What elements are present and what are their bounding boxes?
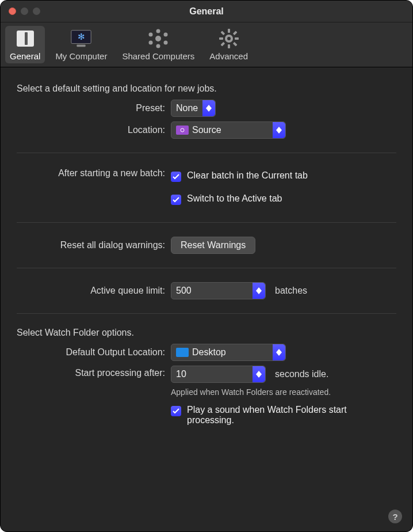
active-queue-suffix: batches	[275, 286, 307, 296]
switch-icon	[13, 28, 37, 49]
content: Select a default setting and location fo…	[1, 67, 412, 445]
svg-marker-26	[276, 130, 282, 134]
svg-point-7	[156, 44, 160, 48]
chevron-updown-icon	[273, 122, 285, 138]
svg-rect-20	[220, 42, 225, 47]
separator	[17, 268, 396, 268]
svg-rect-17	[220, 31, 225, 35]
svg-rect-16	[235, 37, 239, 40]
start-processing-value: 10	[176, 369, 248, 379]
tab-label: General	[10, 51, 40, 61]
reset-warnings-label: Reset all dialog warnings:	[17, 240, 171, 250]
svg-marker-32	[256, 374, 262, 378]
folder-icon	[176, 126, 189, 135]
svg-rect-15	[219, 37, 223, 40]
svg-rect-14	[228, 44, 230, 48]
watch-folder-intro: Select Watch Folder options.	[17, 328, 396, 338]
svg-rect-13	[228, 29, 230, 33]
chevron-updown-icon	[253, 283, 265, 299]
clear-batch-checkbox[interactable]	[171, 172, 181, 182]
preset-value: None	[176, 103, 198, 113]
location-label: Location:	[17, 125, 171, 135]
separator	[17, 313, 396, 314]
tab-general[interactable]: General	[5, 26, 45, 63]
check-icon	[173, 174, 179, 180]
svg-point-24	[181, 128, 184, 132]
active-queue-label: Active queue limit:	[17, 286, 171, 296]
output-location-popup[interactable]: Desktop	[171, 344, 286, 361]
start-processing-popup[interactable]: 10	[171, 366, 266, 383]
tab-label: Advanced	[209, 51, 248, 61]
svg-point-6	[156, 29, 160, 33]
window-title: General	[1, 6, 412, 17]
location-popup[interactable]: Source	[171, 121, 286, 139]
clear-batch-label: Clear batch in the Current tab	[187, 170, 308, 181]
after-batch-label: After starting a new batch:	[17, 167, 171, 178]
svg-point-11	[164, 41, 168, 45]
start-processing-suffix: seconds idle.	[275, 369, 328, 379]
switch-tab-label: Switch to the Active tab	[187, 193, 282, 204]
svg-point-10	[149, 41, 153, 45]
start-processing-note: Applied when Watch Folders are reactivat…	[171, 387, 331, 397]
svg-point-5	[155, 36, 161, 41]
preset-popup[interactable]: None	[171, 100, 216, 117]
svg-point-21	[227, 37, 231, 40]
folder-icon	[176, 348, 189, 357]
active-queue-popup[interactable]: 500	[171, 282, 266, 299]
svg-rect-1	[25, 32, 28, 45]
separator	[17, 153, 396, 153]
separator	[17, 222, 396, 223]
svg-point-9	[164, 33, 168, 37]
svg-point-8	[149, 33, 153, 37]
tab-advanced[interactable]: Advanced	[205, 26, 253, 63]
tab-my-computer[interactable]: ✻ My Computer	[51, 26, 112, 63]
switch-tab-checkbox[interactable]	[171, 195, 181, 205]
titlebar: General	[1, 1, 412, 22]
section-intro: Select a default setting and location fo…	[17, 83, 396, 94]
check-icon	[173, 408, 179, 414]
svg-rect-19	[232, 31, 237, 35]
play-sound-label: Play a sound when Watch Folders start pr…	[187, 405, 361, 425]
svg-rect-18	[232, 42, 237, 47]
tab-shared-computers[interactable]: Shared Computers	[117, 26, 199, 63]
svg-text:✻: ✻	[78, 32, 85, 41]
svg-marker-23	[206, 108, 212, 112]
chevron-updown-icon	[202, 100, 215, 116]
location-value: Source	[192, 125, 268, 135]
preset-label: Preset:	[17, 103, 171, 113]
active-queue-value: 500	[176, 286, 248, 296]
reset-warnings-button[interactable]: Reset Warnings	[171, 237, 255, 254]
svg-marker-28	[256, 291, 262, 294]
chevron-updown-icon	[273, 344, 285, 360]
check-icon	[173, 197, 179, 203]
tab-label: Shared Computers	[122, 51, 194, 61]
output-location-value: Desktop	[192, 347, 268, 358]
preferences-window: General General ✻ My Computer	[0, 0, 413, 532]
tab-label: My Computer	[55, 51, 107, 61]
start-processing-label: Start processing after:	[17, 366, 171, 378]
gear-icon	[217, 28, 241, 49]
network-icon	[146, 28, 170, 49]
svg-rect-3	[77, 45, 86, 47]
output-location-label: Default Output Location:	[17, 347, 171, 358]
chevron-updown-icon	[253, 366, 265, 382]
computer-icon: ✻	[69, 28, 93, 49]
help-button[interactable]: ?	[388, 510, 402, 523]
toolbar: General ✻ My Computer	[1, 22, 412, 67]
svg-marker-30	[276, 352, 282, 356]
play-sound-checkbox[interactable]	[171, 406, 181, 416]
